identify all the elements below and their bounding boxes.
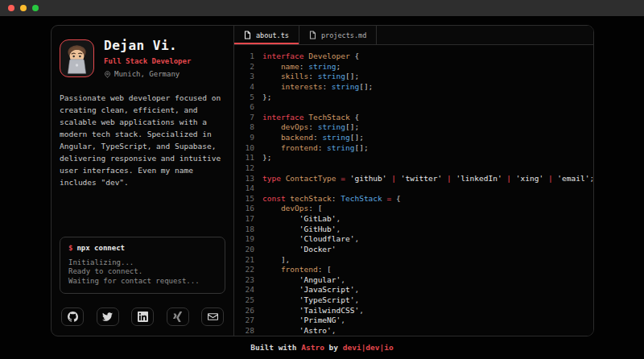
code-line: 5}; [240,93,590,103]
code-text: 'Docker' [262,245,336,255]
code-line: 2 name: string; [240,62,590,72]
code-text: const techStack: TechStack = { [262,194,401,204]
code-line: 8 devOps: string[]; [240,122,590,133]
code-line: 27 'PrimeNG', [240,316,590,326]
line-number: 5 [240,93,254,103]
code-text: }; [262,93,271,103]
line-number: 22 [240,265,254,275]
line-number: 21 [240,255,254,266]
screen: Dejan Vi. Full Stack Developer Munich, G… [0,0,644,359]
linkedin-button[interactable] [131,307,154,326]
line-number: 28 [240,326,254,336]
profile-name: Dejan Vi. [104,38,191,53]
email-icon [208,312,218,322]
code-line: 19 'Cloudflare', [240,234,590,245]
code-text: 'GitHub', [262,225,341,235]
tab-label: projects.md [321,31,366,39]
line-number: 9 [240,133,254,143]
line-number: 10 [240,143,254,154]
portfolio-card: Dejan Vi. Full Stack Developer Munich, G… [51,25,594,336]
code-text: 'PrimeNG', [262,316,345,326]
editor-tab-bar: about.tsprojects.md [234,26,593,45]
code-line: 10 frontend: string[]; [240,143,590,154]
code-line: 13type ContactType = 'github' | 'twitter… [240,174,590,184]
tab-label: about.ts [256,31,289,39]
code-line: 21 ], [240,255,590,266]
code-editor[interactable]: 1interface Developer {2 name: string;3 s… [234,45,593,336]
social-links-row [60,307,225,328]
line-number: 18 [240,225,254,235]
line-number: 7 [240,113,254,123]
code-text: }; [262,153,271,163]
code-text: 'JavaScript', [262,285,359,295]
code-text: 'TailwindCSS', [262,306,364,316]
github-button[interactable] [61,307,84,326]
code-line: 4 interests: string[]; [240,82,590,93]
terminal-output: Initializing...Ready to connect.Waiting … [68,258,217,287]
code-line: 26 'TailwindCSS', [240,306,590,316]
code-line: 12 [240,163,590,174]
line-number: 16 [240,204,254,214]
code-text: 'Astro', [262,326,336,336]
avatar [60,39,94,77]
code-text: 'GitLab', [262,214,341,225]
code-line: 18 'GitHub', [240,225,590,235]
file-icon [309,31,316,39]
linkedin-icon [138,312,148,322]
code-text: interface Developer { [262,52,359,62]
footer-by: by [324,343,343,352]
code-text: name: string; [262,62,341,72]
location-pin-icon [104,71,111,78]
close-window-button[interactable] [8,5,14,11]
code-text: 'TypeScript', [262,295,359,306]
editor-panel: about.tsprojects.md 1interface Developer… [234,26,593,336]
code-line: 22 frontend: [ [240,265,590,275]
code-line: 25 'TypeScript', [240,295,590,306]
code-text: 'Angular', [262,275,345,286]
code-line: 16 devOps: [ [240,204,590,214]
code-line: 1interface Developer { [240,52,590,62]
footer-astro-link[interactable]: Astro [301,343,324,352]
code-line: 17 'GitLab', [240,214,590,225]
line-number: 2 [240,62,254,72]
footer-brand-link[interactable]: devi|dev|io [343,343,394,352]
code-text: skills: string[]; [262,72,359,82]
xing-button[interactable] [167,307,189,326]
code-text: backend: string[]; [262,133,364,143]
minimize-window-button[interactable] [20,5,27,11]
code-line: 28 'Astro', [240,326,590,336]
profile-panel: Dejan Vi. Full Stack Developer Munich, G… [52,26,234,336]
code-text: devOps: [ [262,204,322,214]
line-number: 14 [240,184,254,194]
tab-about.ts[interactable]: about.ts [234,26,299,44]
line-number: 20 [240,245,254,255]
code-text: frontend: string[]; [262,143,369,154]
line-number: 11 [240,153,254,163]
code-line: 6 [240,102,590,113]
code-text: frontend: [ [262,265,332,275]
line-number: 25 [240,295,254,306]
line-number: 12 [240,163,254,174]
email-button[interactable] [201,307,224,326]
terminal-command-line: $npx connect [68,244,217,252]
tab-projects.md[interactable]: projects.md [299,26,377,44]
terminal-output-line: Initializing... [68,258,217,268]
line-number: 17 [240,214,254,225]
code-text: devOps: string[]; [262,122,359,133]
profile-location: Munich, Germany [114,70,180,78]
line-number: 4 [240,82,254,93]
code-line: 20 'Docker' [240,245,590,255]
code-line: 7interface TechStack { [240,113,590,123]
window-titlebar [0,0,644,16]
code-line: 15const techStack: TechStack = { [240,194,590,204]
terminal-prompt: $ [68,244,72,252]
code-line: 23 'Angular', [240,275,590,286]
profile-role: Full Stack Developer [104,57,191,65]
xing-icon [172,312,183,322]
maximize-window-button[interactable] [32,5,39,11]
line-number: 19 [240,234,254,245]
line-number: 23 [240,275,254,286]
line-number: 27 [240,316,254,326]
twitter-button[interactable] [97,307,119,326]
profile-bio: Passionate web developer focused on crea… [60,92,225,188]
